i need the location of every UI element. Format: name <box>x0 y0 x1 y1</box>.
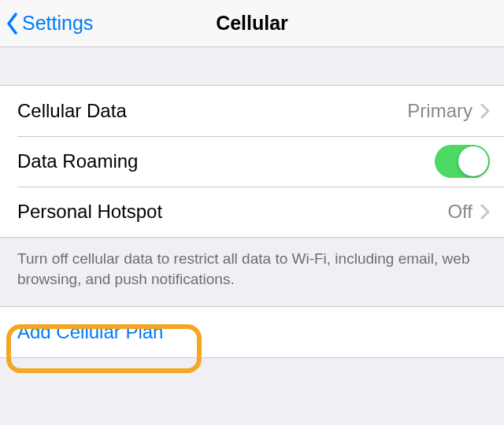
cellular-section: Cellular Data Primary Data Roaming Perso… <box>0 85 504 238</box>
navbar: Settings Cellular <box>0 0 504 47</box>
personal-hotspot-value: Off <box>447 201 472 223</box>
page-title: Cellular <box>0 12 504 35</box>
toggle-knob <box>458 146 488 176</box>
personal-hotspot-row[interactable]: Personal Hotspot Off <box>0 187 504 237</box>
add-cellular-plan-row[interactable]: Add Cellular Plan <box>0 307 504 357</box>
cellular-data-value: Primary <box>407 100 472 122</box>
section-footer: Turn off cellular data to restrict all d… <box>0 238 504 306</box>
spacer <box>0 47 504 85</box>
chevron-right-icon <box>480 103 490 119</box>
cellular-data-row[interactable]: Cellular Data Primary <box>0 86 504 136</box>
data-roaming-toggle[interactable] <box>435 145 490 178</box>
data-roaming-row: Data Roaming <box>0 136 504 187</box>
add-plan-section: Add Cellular Plan <box>0 306 504 358</box>
cellular-data-label: Cellular Data <box>17 100 407 122</box>
chevron-right-icon <box>480 204 490 220</box>
add-cellular-plan-label: Add Cellular Plan <box>17 321 490 343</box>
personal-hotspot-label: Personal Hotspot <box>17 201 447 223</box>
data-roaming-label: Data Roaming <box>17 150 435 172</box>
